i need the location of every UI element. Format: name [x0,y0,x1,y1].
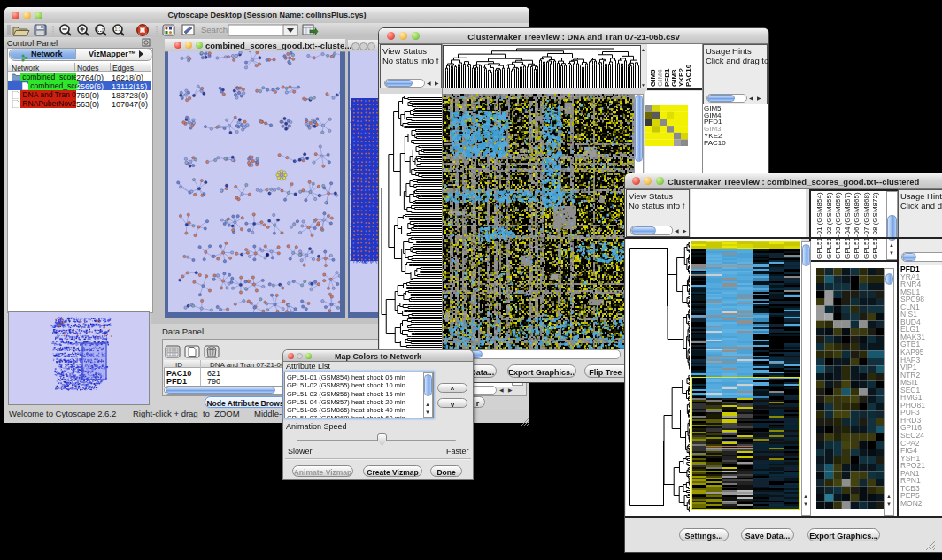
svg-text:GPL51-04 (GSM857): GPL51-04 (GSM857) [844,192,852,259]
svg-text:GPL51-08 (GSM872): GPL51-08 (GSM872) [871,192,879,259]
svg-text:1:1: 1:1 [115,27,121,32]
svg-text:GPL51-03 (GSM856): GPL51-03 (GSM856) [834,192,842,259]
svg-text:GPL51-06 (GSM865): GPL51-06 (GSM865) [853,192,861,259]
svg-text:GPL51-02 (GSM855): GPL51-02 (GSM855) [825,192,833,259]
svg-text:PAC10: PAC10 [684,64,692,87]
svg-text:GPL51-07 (GSM868): GPL51-07 (GSM868) [862,192,870,259]
svg-text:GPL51-01 (GSM854): GPL51-01 (GSM854) [815,192,823,259]
svg-text:Search:: Search: [201,25,230,35]
